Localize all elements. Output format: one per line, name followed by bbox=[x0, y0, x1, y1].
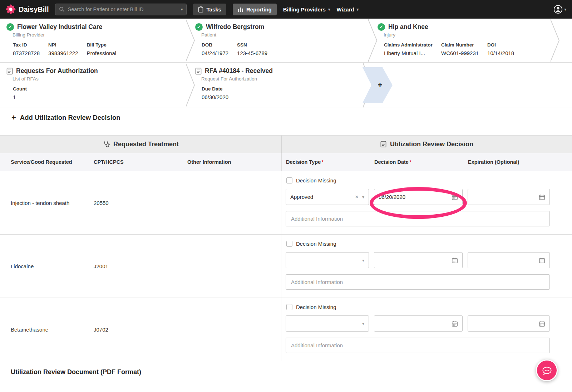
card-subtitle: Request For Authorization bbox=[201, 76, 363, 82]
expiration-date-input[interactable] bbox=[468, 252, 550, 268]
service-name: Injection - tendon sheath bbox=[11, 200, 94, 206]
injury-card[interactable]: ✓ Hip and Knee Injury Claims Administrat… bbox=[368, 19, 551, 62]
utilization-review-document-heading: Utilization Review Document (PDF Format) bbox=[0, 361, 572, 376]
rfa-list-card[interactable]: Requests For Authorization List of RFAs … bbox=[0, 63, 186, 108]
add-decision-label: Add Utilization Review Decision bbox=[20, 114, 120, 122]
required-asterisk: * bbox=[321, 159, 324, 165]
tasks-button[interactable]: Tasks bbox=[193, 4, 226, 15]
expiration-date-input[interactable] bbox=[468, 315, 550, 332]
decision-date-input[interactable] bbox=[374, 315, 463, 332]
utilization-review-panel: Requested Treatment Utilization Review D… bbox=[0, 135, 572, 361]
calendar-icon bbox=[452, 194, 458, 200]
service-name: Betamethasone bbox=[11, 327, 94, 333]
required-asterisk: * bbox=[409, 159, 411, 165]
col-expiration: Expiration (Optional) bbox=[468, 159, 550, 165]
plus-icon: + bbox=[11, 113, 16, 122]
additional-information-input[interactable] bbox=[286, 211, 550, 226]
decision-type-select[interactable]: Approved × ▾ bbox=[286, 189, 369, 205]
treatment-row: Lidocaine J2001 Decision Missing ▾ bbox=[0, 234, 572, 298]
chat-bubble-icon bbox=[541, 365, 553, 376]
search-caret-icon[interactable]: ▾ bbox=[181, 8, 183, 11]
billing-provider-card[interactable]: ✓ Flower Valley Industrial Care Billing … bbox=[0, 19, 186, 62]
global-search[interactable]: ▾ bbox=[55, 4, 187, 15]
card-subtitle: Patient bbox=[201, 32, 368, 38]
card-title: Hip and Knee bbox=[388, 23, 428, 31]
rfa-list-icon bbox=[6, 68, 13, 75]
field-ssn: SSN 123-45-6789 bbox=[237, 42, 267, 56]
card-subtitle: Billing Provider bbox=[13, 32, 186, 38]
decision-type-select[interactable]: ▾ bbox=[286, 252, 369, 268]
calendar-icon bbox=[539, 320, 545, 327]
decision-missing-checkbox[interactable] bbox=[286, 304, 292, 310]
brand-logo[interactable]: DaisyBill bbox=[6, 4, 49, 14]
requested-treatment-header: Requested Treatment bbox=[0, 136, 281, 153]
field-due-date: Due Date 06/30/2020 bbox=[202, 86, 228, 100]
card-title: Flower Valley Industrial Care bbox=[17, 23, 102, 31]
utilization-review-decision-header: Utilization Review Decision bbox=[281, 136, 572, 153]
field-count: Count 1 bbox=[13, 86, 27, 100]
success-check-icon: ✓ bbox=[378, 23, 385, 31]
decision-missing-checkbox[interactable] bbox=[286, 241, 292, 247]
expiration-date-input[interactable] bbox=[468, 189, 550, 205]
add-utilization-review-decision-button[interactable]: + Add Utilization Review Decision bbox=[0, 108, 572, 127]
clipboard-icon bbox=[198, 6, 203, 13]
additional-information-input[interactable] bbox=[286, 338, 550, 353]
user-icon bbox=[553, 5, 563, 14]
chevron-down-icon: ▾ bbox=[362, 321, 364, 326]
user-account-menu[interactable]: ▾ bbox=[553, 5, 566, 14]
cpt-code: J0702 bbox=[94, 327, 187, 333]
rfa-document-icon bbox=[195, 68, 202, 75]
field-npi: NPI 3983961222 bbox=[48, 42, 78, 56]
decision-missing-label: Decision Missing bbox=[296, 177, 336, 183]
field-bill-type: Bill Type Professional bbox=[87, 42, 117, 56]
field-tax-id: Tax ID 873728728 bbox=[13, 42, 40, 56]
card-title: RFA #40184 - Received bbox=[205, 67, 273, 75]
calendar-icon bbox=[452, 257, 458, 264]
additional-information-input[interactable] bbox=[286, 274, 550, 290]
field-claim-number: Claim Number WC601-999231 bbox=[441, 42, 479, 56]
cpt-code: 20550 bbox=[94, 200, 187, 206]
wizard-menu[interactable]: Wizard ▾ bbox=[336, 6, 359, 13]
decision-date-input[interactable]: 06/20/2020 bbox=[374, 189, 463, 205]
context-breadcrumbs-row1: ✓ Flower Valley Industrial Care Billing … bbox=[0, 19, 572, 63]
chevron-down-icon: ▾ bbox=[357, 8, 359, 11]
patient-card[interactable]: ✓ Wilfredo Bergstrom Patient DOB 04/24/1… bbox=[186, 19, 368, 62]
card-title: Requests For Authorization bbox=[16, 67, 98, 75]
field-doi: DOI 10/14/2018 bbox=[487, 42, 514, 56]
chevron-down-icon: ▾ bbox=[362, 258, 364, 263]
service-name: Lidocaine bbox=[11, 263, 94, 269]
clear-selection-icon[interactable]: × bbox=[355, 193, 359, 201]
card-title: Wilfredo Bergstrom bbox=[206, 23, 264, 31]
calendar-icon bbox=[539, 194, 545, 200]
daisy-flower-icon bbox=[6, 4, 16, 14]
decision-missing-checkbox[interactable] bbox=[286, 177, 292, 183]
search-icon bbox=[59, 6, 65, 12]
stethoscope-icon bbox=[103, 141, 110, 148]
decision-type-select[interactable]: ▾ bbox=[286, 315, 369, 332]
bar-chart-icon bbox=[238, 7, 243, 12]
calendar-icon bbox=[452, 320, 458, 327]
col-service-good-requested: Service/Good Requested bbox=[11, 159, 94, 165]
col-cpt-hcpcs: CPT/HCPCS bbox=[94, 159, 187, 165]
field-claims-administrator: Claims Administrator Liberty Mutual I... bbox=[384, 42, 433, 56]
decision-missing-label: Decision Missing bbox=[296, 241, 336, 247]
treatment-row: Injection - tendon sheath 20550 Decision… bbox=[0, 171, 572, 234]
card-subtitle: List of RFAs bbox=[13, 76, 186, 82]
col-decision-type: Decision Type* bbox=[286, 159, 374, 165]
chevron-down-icon: ▾ bbox=[362, 195, 364, 200]
cpt-code: J2001 bbox=[94, 263, 187, 269]
chat-support-button[interactable] bbox=[536, 359, 558, 381]
success-check-icon: ✓ bbox=[195, 23, 203, 31]
decision-missing-label: Decision Missing bbox=[296, 304, 336, 310]
brand-name: DaisyBill bbox=[19, 5, 49, 14]
calendar-icon bbox=[539, 257, 545, 264]
decision-date-input[interactable] bbox=[374, 252, 463, 268]
document-icon bbox=[380, 141, 386, 148]
search-input[interactable] bbox=[68, 6, 178, 12]
col-other-information: Other Information bbox=[187, 159, 281, 165]
reporting-button[interactable]: Reporting bbox=[233, 4, 277, 15]
billing-providers-menu[interactable]: Billing Providers ▾ bbox=[283, 6, 330, 13]
context-breadcrumbs-row2: Requests For Authorization List of RFAs … bbox=[0, 63, 572, 108]
chevron-down-icon: ▾ bbox=[564, 8, 566, 11]
rfa-detail-card[interactable]: RFA #40184 - Received Request For Author… bbox=[186, 63, 363, 108]
